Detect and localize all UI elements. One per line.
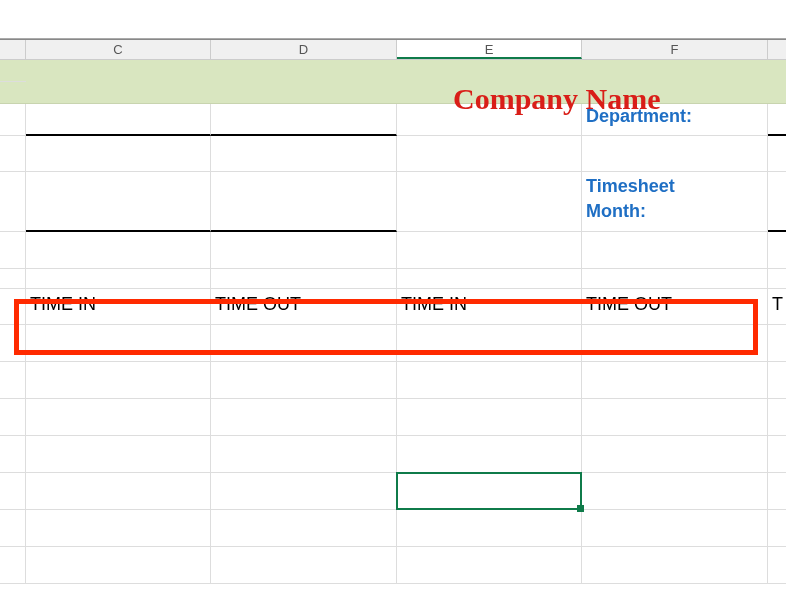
cell[interactable] <box>397 325 582 362</box>
header-time-in-2[interactable]: TIME IN <box>397 289 582 325</box>
cell[interactable] <box>26 232 211 269</box>
cell[interactable] <box>211 136 397 172</box>
cell[interactable] <box>582 232 768 269</box>
cell-department-label[interactable]: Department: <box>582 104 768 136</box>
cell[interactable] <box>211 325 397 362</box>
cell[interactable] <box>26 269 211 289</box>
header-partial[interactable]: T <box>768 289 786 325</box>
row-stub[interactable] <box>0 172 26 232</box>
cell[interactable] <box>397 473 582 510</box>
cell[interactable] <box>582 269 768 289</box>
cell[interactable] <box>582 399 768 436</box>
cell[interactable] <box>211 473 397 510</box>
column-header-g-partial[interactable] <box>768 40 786 59</box>
cell[interactable] <box>26 325 211 362</box>
column-headers-row: C D E F <box>0 40 786 60</box>
row-stub[interactable] <box>0 362 26 399</box>
cell[interactable] <box>582 136 768 172</box>
cell[interactable] <box>768 136 786 172</box>
cell[interactable] <box>397 547 582 584</box>
row-stub[interactable] <box>0 399 26 436</box>
row-stub[interactable] <box>0 269 26 289</box>
column-header-e[interactable]: E <box>397 40 582 59</box>
cell[interactable] <box>26 436 211 473</box>
cell[interactable] <box>582 547 768 584</box>
header-time-out-2[interactable]: TIME OUT <box>582 289 768 325</box>
cell[interactable] <box>397 104 582 136</box>
cell[interactable] <box>211 510 397 547</box>
cell[interactable] <box>211 362 397 399</box>
cell[interactable] <box>768 547 786 584</box>
cell[interactable] <box>397 399 582 436</box>
row-stub[interactable] <box>0 547 26 584</box>
cell[interactable] <box>768 104 786 136</box>
cell[interactable] <box>211 172 397 232</box>
cell[interactable] <box>582 510 768 547</box>
cell[interactable] <box>26 510 211 547</box>
cell[interactable] <box>26 104 211 136</box>
cell[interactable] <box>768 436 786 473</box>
cell[interactable] <box>211 104 397 136</box>
cell[interactable] <box>26 172 211 232</box>
column-header-c[interactable]: C <box>26 40 211 59</box>
cell[interactable] <box>397 510 582 547</box>
timesheet-month-label: TimesheetMonth: <box>582 172 767 224</box>
column-header-d[interactable]: D <box>211 40 397 59</box>
cell[interactable] <box>26 473 211 510</box>
cell[interactable] <box>768 510 786 547</box>
cell[interactable] <box>26 362 211 399</box>
cell[interactable] <box>582 473 768 510</box>
row-stub[interactable] <box>0 81 26 82</box>
cell[interactable] <box>768 232 786 269</box>
select-all-corner[interactable] <box>0 40 26 59</box>
header-time-in-1[interactable]: TIME IN <box>26 289 211 325</box>
cell[interactable] <box>211 399 397 436</box>
cell[interactable] <box>211 269 397 289</box>
cell[interactable] <box>26 399 211 436</box>
cell[interactable] <box>768 362 786 399</box>
row-stub[interactable] <box>0 136 26 172</box>
cell-timesheet-month-label[interactable]: TimesheetMonth: <box>582 172 768 232</box>
row-stub[interactable] <box>0 232 26 269</box>
cell[interactable] <box>768 172 786 232</box>
cell[interactable] <box>397 362 582 399</box>
row-stub[interactable] <box>0 436 26 473</box>
row-stub[interactable] <box>0 510 26 547</box>
cell[interactable] <box>397 172 582 232</box>
cell-selected[interactable] <box>397 436 582 473</box>
cell[interactable] <box>211 547 397 584</box>
cell[interactable] <box>26 136 211 172</box>
column-header-f[interactable]: F <box>582 40 768 59</box>
cell[interactable] <box>211 232 397 269</box>
cell[interactable] <box>768 325 786 362</box>
row-stub[interactable] <box>0 104 26 136</box>
cell[interactable] <box>768 473 786 510</box>
spreadsheet-grid: Company Name Department: TimesheetMonth: <box>0 60 786 584</box>
row-stub[interactable] <box>0 473 26 510</box>
cell[interactable] <box>397 269 582 289</box>
header-time-out-1[interactable]: TIME OUT <box>211 289 397 325</box>
cell[interactable] <box>26 547 211 584</box>
cell[interactable] <box>582 436 768 473</box>
cell[interactable] <box>768 269 786 289</box>
row-stub[interactable] <box>0 289 26 325</box>
cell[interactable] <box>211 436 397 473</box>
cell[interactable] <box>582 325 768 362</box>
cell[interactable] <box>768 399 786 436</box>
cell[interactable] <box>582 362 768 399</box>
cell[interactable] <box>397 232 582 269</box>
cell[interactable] <box>397 136 582 172</box>
row-stub[interactable] <box>0 325 26 362</box>
department-label: Department: <box>582 104 767 127</box>
